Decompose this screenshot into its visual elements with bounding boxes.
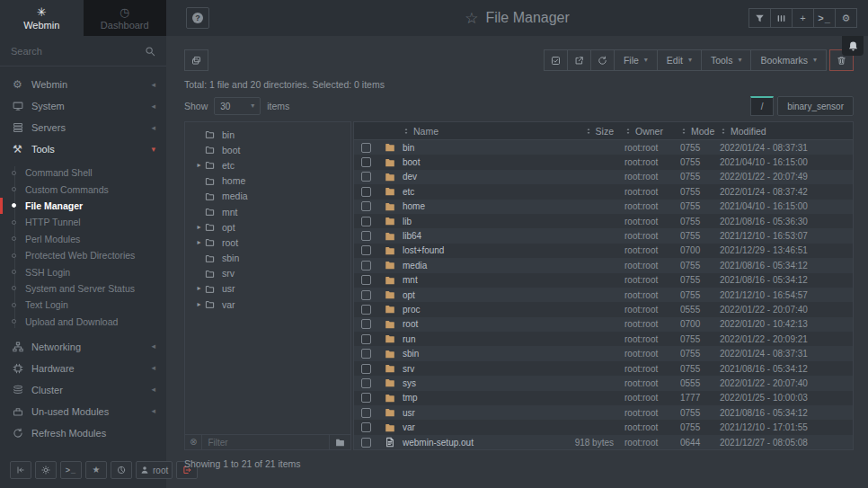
language-button[interactable] — [111, 461, 132, 479]
table-row[interactable]: lost+found root:root 0700 2021/12/29 - 1… — [354, 244, 853, 258]
row-checkbox[interactable] — [361, 275, 371, 285]
tree-item[interactable]: ▸ boot — [185, 142, 350, 157]
cell-name[interactable]: lib64 — [403, 231, 545, 241]
expand-chevron-icon[interactable]: ▸ — [193, 301, 205, 308]
row-checkbox[interactable] — [361, 201, 371, 211]
tree-item[interactable]: ▸ srv — [185, 266, 350, 281]
row-checkbox[interactable] — [361, 422, 371, 432]
table-row[interactable]: dev root:root 0755 2022/01/22 - 20:07:49 — [354, 170, 853, 184]
row-checkbox[interactable] — [361, 172, 371, 182]
clear-filter-icon[interactable]: ⊗ — [185, 438, 201, 447]
table-row[interactable]: root root:root 0700 2022/01/20 - 10:42:1… — [354, 317, 853, 332]
row-checkbox[interactable] — [361, 231, 371, 241]
expand-chevron-icon[interactable]: ▸ — [193, 224, 205, 231]
sidebar-subitem[interactable]: Perl Modules — [0, 231, 166, 247]
cell-name[interactable]: usr — [403, 408, 545, 418]
row-checkbox[interactable] — [361, 364, 371, 374]
sidebar-category[interactable]: Cluster ◂ — [0, 379, 166, 401]
settings-button[interactable]: ⚙ — [835, 8, 857, 28]
table-row[interactable]: opt root:root 0755 2021/12/10 - 16:54:57 — [354, 288, 853, 302]
cell-name[interactable]: proc — [403, 305, 545, 315]
row-checkbox[interactable] — [361, 143, 371, 153]
sidebar-subitem[interactable]: SSH Login — [0, 263, 166, 279]
table-row[interactable]: lib64 root:root 0755 2021/12/10 - 16:53:… — [354, 228, 853, 243]
export-button[interactable] — [567, 49, 591, 71]
root-path-button[interactable]: / — [750, 96, 774, 116]
cell-name[interactable]: lib — [403, 217, 545, 226]
search-icon[interactable] — [145, 46, 155, 57]
favorites-button[interactable]: ★ — [85, 461, 107, 479]
tab-webmin[interactable]: ✳ Webmin — [0, 0, 84, 36]
row-checkbox[interactable] — [361, 408, 371, 418]
expand-chevron-icon[interactable]: ▸ — [193, 162, 205, 169]
row-checkbox[interactable] — [361, 187, 371, 197]
sidebar-category[interactable]: Hardware ◂ — [0, 358, 166, 379]
tree-item[interactable]: ▸ sbin — [185, 251, 350, 266]
row-checkbox[interactable] — [361, 393, 371, 403]
expand-chevron-icon[interactable]: ▸ — [193, 239, 205, 246]
tree-item[interactable]: ▸ usr — [185, 281, 350, 297]
sidebar-category[interactable]: Servers ◂ — [0, 117, 166, 138]
row-checkbox[interactable] — [361, 290, 371, 300]
toolbar-menu-button[interactable]: Bookmarks ▾ — [750, 49, 827, 71]
table-row[interactable]: home root:root 0755 2021/04/10 - 16:15:0… — [354, 200, 853, 214]
table-row[interactable]: mnt root:root 0755 2021/08/16 - 05:34:12 — [354, 273, 853, 288]
copy-path-button[interactable] — [184, 49, 208, 71]
sidebar-subitem[interactable]: Command Shell — [0, 164, 166, 181]
tree-item[interactable]: ▸ etc — [185, 157, 350, 173]
cell-name[interactable]: sbin — [403, 349, 545, 359]
row-checkbox[interactable] — [361, 261, 371, 271]
cell-name[interactable]: root — [403, 319, 545, 329]
cell-name[interactable]: home — [403, 201, 545, 211]
sidebar-category[interactable]: System ◂ — [0, 95, 166, 117]
cell-name[interactable]: lost+found — [403, 245, 545, 255]
row-checkbox[interactable] — [361, 334, 371, 344]
new-tab-button[interactable]: + — [792, 8, 814, 28]
table-row[interactable]: lib root:root 0755 2021/08/16 - 05:36:30 — [354, 214, 853, 228]
table-row[interactable]: boot root:root 0755 2021/04/10 - 16:15:0… — [354, 155, 853, 169]
sidebar-category[interactable]: ⚙ Webmin ◂ — [0, 74, 166, 95]
cell-name[interactable]: etc — [403, 187, 545, 197]
cell-name[interactable]: media — [403, 261, 545, 271]
table-row[interactable]: srv root:root 0755 2021/08/16 - 05:34:12 — [354, 361, 853, 376]
sidebar-category[interactable]: Networking ◂ — [0, 336, 166, 358]
header-name[interactable]: Name — [403, 126, 545, 137]
terminal-button[interactable]: >_ — [813, 8, 836, 28]
table-row[interactable]: run root:root 0755 2022/01/22 - 20:09:21 — [354, 332, 853, 346]
theme-button[interactable] — [35, 461, 57, 479]
collapse-sidebar-button[interactable] — [10, 461, 31, 479]
sidebar-category[interactable]: Un-used Modules ◂ — [0, 401, 166, 422]
cell-name[interactable]: run — [403, 334, 545, 344]
tree-item[interactable]: ▸ media — [185, 189, 350, 204]
row-checkbox[interactable] — [361, 157, 371, 167]
sidebar-subitem[interactable]: Protected Web Directories — [0, 247, 166, 263]
table-row[interactable]: tmp root:root 1777 2022/01/25 - 10:00:03 — [354, 391, 853, 405]
tab-dashboard[interactable]: ◷ Dashboard — [84, 0, 167, 36]
page-size-select[interactable]: 30 ▾ — [214, 97, 261, 115]
tree-item[interactable]: ▸ mnt — [185, 204, 350, 219]
tree-item[interactable]: ▸ home — [185, 173, 350, 189]
row-checkbox[interactable] — [361, 245, 371, 255]
table-row[interactable]: etc root:root 0755 2022/01/24 - 08:37:42 — [354, 184, 853, 199]
cell-name[interactable]: mnt — [403, 275, 545, 285]
search-input[interactable] — [11, 46, 145, 57]
table-row[interactable]: proc root:root 0555 2022/01/22 - 20:07:4… — [354, 302, 853, 316]
expand-chevron-icon[interactable]: ▸ — [193, 285, 205, 292]
sidebar-subitem[interactable]: Text Login — [0, 297, 166, 313]
header-size[interactable]: Size — [545, 126, 624, 137]
filter-input[interactable] — [202, 438, 329, 448]
notifications-bell[interactable] — [842, 36, 864, 56]
row-checkbox[interactable] — [361, 319, 371, 329]
tree-item[interactable]: ▸ var — [185, 297, 350, 312]
sidebar-subitem[interactable]: System and Server Status — [0, 280, 166, 297]
cell-name[interactable]: opt — [403, 290, 545, 300]
tree-item[interactable]: ▸ root — [185, 235, 350, 250]
sidebar-refresh-modules[interactable]: Refresh Modules — [0, 422, 166, 444]
columns-button[interactable] — [770, 8, 793, 28]
cell-name[interactable]: bin — [403, 143, 545, 153]
sidebar-category-tools[interactable]: ⚒ Tools ▾ — [0, 138, 166, 160]
row-checkbox[interactable] — [361, 378, 371, 388]
cell-name[interactable]: srv — [403, 364, 545, 374]
select-all-button[interactable] — [544, 49, 568, 71]
row-checkbox[interactable] — [361, 305, 371, 315]
